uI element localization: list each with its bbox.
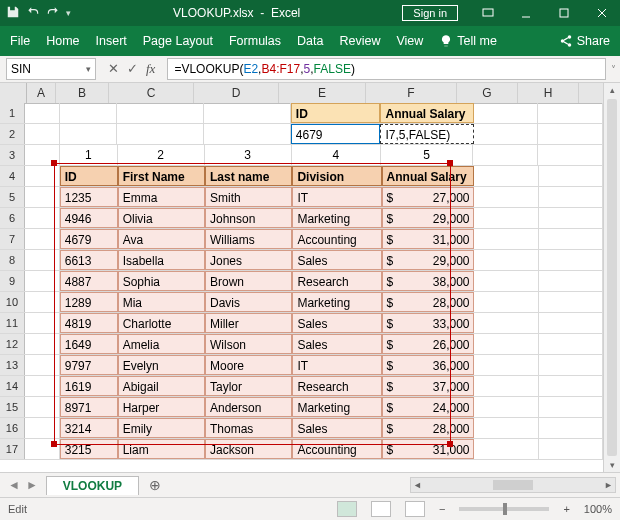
cell[interactable]	[539, 376, 603, 396]
tab-view[interactable]: View	[396, 34, 423, 48]
cell[interactable]: First Name	[118, 166, 205, 186]
cell[interactable]: Division	[292, 166, 381, 186]
cell[interactable]	[474, 187, 538, 207]
cell[interactable]	[474, 292, 538, 312]
cell[interactable]: Research	[292, 376, 381, 396]
sheet-nav-next-icon[interactable]: ►	[26, 478, 38, 492]
col-header-e[interactable]: E	[279, 83, 366, 103]
fx-icon[interactable]: fx	[146, 61, 161, 77]
cell[interactable]: Annual Salary	[382, 166, 475, 186]
share-button[interactable]: Share	[559, 34, 610, 48]
cell[interactable]	[25, 334, 60, 354]
cell[interactable]: Davis	[205, 292, 292, 312]
cell[interactable]: Sales	[292, 250, 381, 270]
view-normal-icon[interactable]	[337, 501, 357, 517]
row-header[interactable]: 10	[0, 292, 25, 312]
cell[interactable]: Research	[292, 271, 381, 291]
row-header[interactable]: 15	[0, 397, 25, 417]
cell[interactable]: 3215	[60, 439, 118, 459]
row-header[interactable]: 2	[0, 124, 25, 144]
cell[interactable]	[539, 292, 603, 312]
zoom-slider[interactable]	[459, 507, 549, 511]
cell[interactable]	[60, 103, 117, 123]
cell[interactable]	[473, 145, 538, 165]
row-header[interactable]: 12	[0, 334, 25, 354]
cell[interactable]: 3	[205, 145, 292, 165]
cell[interactable]	[538, 124, 603, 144]
cell[interactable]: Brown	[205, 271, 292, 291]
cell[interactable]	[25, 397, 60, 417]
cell[interactable]: Amelia	[118, 334, 205, 354]
sheet-tab[interactable]: VLOOKUP	[46, 476, 139, 495]
row-header[interactable]: 6	[0, 208, 25, 228]
cell[interactable]: Emma	[118, 187, 205, 207]
cell[interactable]: Marketing	[292, 292, 381, 312]
cancel-formula-icon[interactable]: ✕	[108, 61, 119, 77]
cell[interactable]: 6613	[60, 250, 118, 270]
cell[interactable]	[117, 124, 204, 144]
qat-customize-icon[interactable]: ▾	[66, 8, 71, 18]
cell[interactable]	[539, 439, 603, 459]
zoom-out-icon[interactable]: −	[439, 503, 445, 515]
cell[interactable]	[474, 271, 538, 291]
cell[interactable]	[474, 418, 538, 438]
cell[interactable]	[538, 145, 603, 165]
cell[interactable]: Emily	[118, 418, 205, 438]
cell[interactable]	[539, 250, 603, 270]
cell[interactable]	[474, 103, 539, 123]
cell[interactable]: $36,000	[382, 355, 475, 375]
cell[interactable]	[474, 439, 538, 459]
cell[interactable]	[539, 397, 603, 417]
cell[interactable]: Wilson	[205, 334, 292, 354]
signin-button[interactable]: Sign in	[402, 5, 458, 21]
cell[interactable]	[474, 229, 538, 249]
minimize-icon[interactable]	[508, 0, 544, 26]
cell[interactable]	[204, 124, 291, 144]
col-header-a[interactable]: A	[27, 83, 56, 103]
row-header[interactable]: 16	[0, 418, 25, 438]
cell[interactable]: $31,000	[382, 229, 475, 249]
row-header[interactable]: 17	[0, 439, 25, 459]
cell[interactable]: Marketing	[292, 208, 381, 228]
cell[interactable]: $28,000	[382, 418, 475, 438]
ribbon-display-icon[interactable]	[470, 0, 506, 26]
cell[interactable]	[25, 187, 60, 207]
undo-icon[interactable]	[26, 5, 40, 22]
cell[interactable]: Thomas	[205, 418, 292, 438]
cell[interactable]: 4819	[60, 313, 118, 333]
cell[interactable]	[25, 208, 60, 228]
range-handle[interactable]	[51, 160, 57, 166]
cell[interactable]: Taylor	[205, 376, 292, 396]
row-header[interactable]: 4	[0, 166, 25, 186]
tab-insert[interactable]: Insert	[96, 34, 127, 48]
cell[interactable]: ID	[291, 103, 381, 123]
maximize-icon[interactable]	[546, 0, 582, 26]
cell[interactable]: Charlotte	[118, 313, 205, 333]
cell[interactable]: IT	[292, 187, 381, 207]
col-header-d[interactable]: D	[194, 83, 279, 103]
tab-formulas[interactable]: Formulas	[229, 34, 281, 48]
redo-icon[interactable]	[46, 5, 60, 22]
cell[interactable]	[474, 124, 539, 144]
cell[interactable]: 1649	[60, 334, 118, 354]
save-icon[interactable]	[6, 5, 20, 22]
cell[interactable]	[539, 271, 603, 291]
row-header[interactable]: 13	[0, 355, 25, 375]
cell[interactable]: 1619	[60, 376, 118, 396]
row-header[interactable]: 9	[0, 271, 25, 291]
cell[interactable]	[539, 334, 603, 354]
cell[interactable]: Sales	[292, 334, 381, 354]
cell[interactable]	[474, 313, 538, 333]
cell[interactable]	[539, 166, 603, 186]
cell[interactable]	[117, 103, 204, 123]
cell[interactable]: Ava	[118, 229, 205, 249]
range-handle[interactable]	[447, 441, 453, 447]
row-header[interactable]: 7	[0, 229, 25, 249]
cell[interactable]: Moore	[205, 355, 292, 375]
cell[interactable]	[474, 376, 538, 396]
row-header[interactable]: 1	[0, 103, 25, 123]
cell[interactable]: $26,000	[382, 334, 475, 354]
cell[interactable]	[539, 229, 603, 249]
cell[interactable]	[539, 313, 603, 333]
formula-input[interactable]: =VLOOKUP(E2,B4:F17,5,FALSE)	[167, 58, 606, 80]
